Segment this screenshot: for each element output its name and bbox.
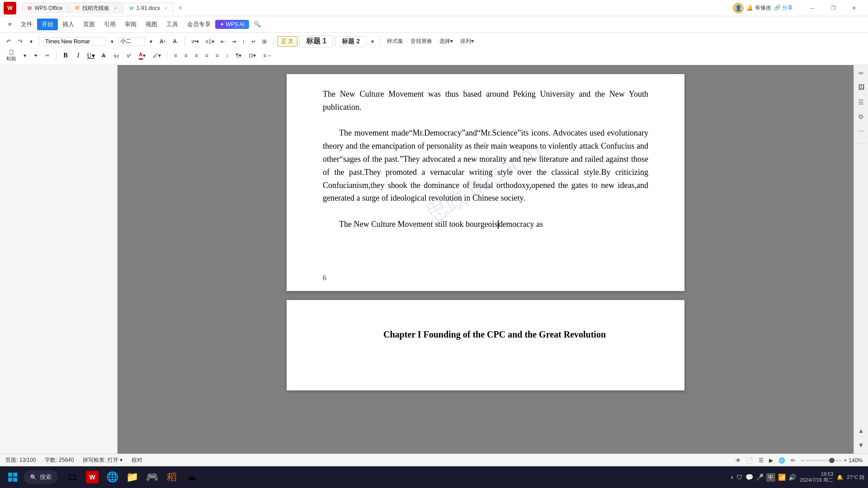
- image-tool-icon[interactable]: 🖼: [857, 83, 866, 92]
- menu-file[interactable]: ≡: [4, 19, 16, 29]
- undo-button[interactable]: ↶: [4, 37, 14, 46]
- taskbar-app-game[interactable]: 🎮: [143, 468, 161, 486]
- arrange-button[interactable]: 排列▾: [458, 36, 476, 47]
- view-normal-icon[interactable]: 👁: [736, 457, 741, 464]
- menu-search[interactable]: 🔍: [249, 19, 265, 29]
- heading2-button[interactable]: 标题 2: [335, 36, 367, 47]
- justify-button[interactable]: ≡: [203, 51, 211, 60]
- view-edit-icon[interactable]: ✏: [791, 457, 795, 464]
- more-tools-icon[interactable]: ···: [858, 127, 864, 136]
- zoom-slider[interactable]: [806, 460, 842, 461]
- taskbar-app-wps2[interactable]: 稻: [163, 468, 181, 486]
- minimize-button[interactable]: ─: [802, 0, 823, 16]
- cut-button[interactable]: ✂: [42, 51, 52, 60]
- scroll-up-icon[interactable]: ▲: [857, 427, 866, 436]
- align-left-button[interactable]: ≡: [171, 51, 180, 60]
- menu-edit[interactable]: 开始: [37, 19, 58, 30]
- columns-button[interactable]: ⊞: [259, 37, 269, 46]
- taskbar-app-wps[interactable]: W: [83, 468, 101, 486]
- tab-template-close[interactable]: ×: [114, 6, 117, 11]
- menu-references[interactable]: 引用: [99, 19, 120, 30]
- scroll-down-icon[interactable]: ▼: [857, 441, 866, 450]
- bold-button[interactable]: B: [60, 50, 71, 61]
- menu-layout[interactable]: 页面: [79, 19, 99, 30]
- highlight-button[interactable]: 🖊▾: [150, 51, 164, 60]
- edit-tool-icon[interactable]: ✏: [857, 69, 866, 78]
- taskbar-app-cloud[interactable]: ☁: [183, 468, 201, 486]
- taskbar-app-browser[interactable]: 🌐: [103, 468, 121, 486]
- align-right-button[interactable]: ≡: [192, 51, 201, 60]
- linebreak-button[interactable]: ↵: [249, 37, 259, 46]
- more-styles-button[interactable]: ▾: [368, 37, 377, 46]
- view-page-icon[interactable]: 📄: [746, 457, 753, 464]
- tray-up-icon[interactable]: ∧: [730, 474, 734, 480]
- shrink-font-button[interactable]: A-: [170, 37, 180, 46]
- numbering-button[interactable]: ≡1▾: [203, 37, 217, 46]
- font-color-button[interactable]: A▾: [136, 50, 148, 61]
- page-content-1[interactable]: The New Culture Movement was thus based …: [323, 88, 648, 231]
- avatar: 👤: [733, 3, 744, 14]
- spell-check[interactable]: 拼写检查: 打开 ▾: [83, 456, 123, 464]
- tab-doc[interactable]: W 1-91.docx ×: [123, 3, 173, 14]
- styles-set-button[interactable]: 样式集: [384, 36, 406, 47]
- menu-insert[interactable]: 插入: [58, 19, 79, 30]
- clock[interactable]: 19:53 2024/7/16 周二: [800, 471, 833, 483]
- underline-button[interactable]: U▾: [85, 50, 96, 61]
- indent-increase-button[interactable]: ≡→: [260, 51, 274, 60]
- zoom-in-button[interactable]: +: [844, 457, 847, 464]
- heading1-button[interactable]: 标题 1: [299, 35, 333, 47]
- wps-ai-button[interactable]: ✦ WPS AI: [215, 20, 249, 29]
- paste-button[interactable]: 📋 粘贴: [4, 48, 19, 63]
- align-center-button[interactable]: ≡: [182, 51, 190, 60]
- tab-template[interactable]: 稻 找稻壳模板 ×: [69, 2, 123, 14]
- subscript-button[interactable]: x₂: [111, 50, 122, 61]
- add-tab-button[interactable]: +: [174, 2, 187, 14]
- filter-tool-icon[interactable]: ⚙: [857, 112, 866, 121]
- start-button[interactable]: [4, 468, 22, 486]
- close-button[interactable]: ✕: [844, 0, 864, 16]
- font-family-input[interactable]: [43, 37, 106, 46]
- document-area[interactable]: 思政 0259001 The New Culture Movement was …: [118, 65, 854, 454]
- list-tool-icon[interactable]: ☰: [857, 98, 866, 107]
- strikethrough-button[interactable]: A̶: [98, 50, 109, 61]
- menu-review[interactable]: 审阅: [120, 19, 141, 30]
- select-button[interactable]: 选择▾: [437, 36, 456, 47]
- line-spacing-button[interactable]: ↕: [223, 51, 231, 60]
- format-painter-button[interactable]: ✦: [31, 51, 41, 60]
- distributed-button[interactable]: ≡: [213, 51, 222, 60]
- notification-button[interactable]: 🔔: [837, 474, 843, 480]
- font-dropdown[interactable]: ▾: [108, 37, 116, 46]
- correction-button[interactable]: 校对: [132, 456, 142, 464]
- font-size-dropdown[interactable]: ▾: [147, 37, 155, 46]
- view-outline-icon[interactable]: ☰: [759, 457, 764, 464]
- paragraph-mark-button[interactable]: ¶▾: [233, 51, 244, 60]
- outdent-button[interactable]: ⇤: [218, 37, 228, 46]
- normal-style-button[interactable]: 正 文: [277, 36, 297, 47]
- view-web-icon[interactable]: 🌐: [778, 457, 785, 464]
- tab-wps-office[interactable]: W WPS Office: [22, 3, 68, 13]
- maximize-button[interactable]: ❐: [823, 0, 844, 16]
- grow-font-button[interactable]: A+: [157, 37, 168, 46]
- find-replace-button[interactable]: 音找替换: [408, 36, 435, 47]
- tab-doc-close[interactable]: ×: [165, 6, 167, 11]
- taskbar-search[interactable]: 🔍 搜索: [24, 470, 58, 484]
- menu-view[interactable]: 视图: [141, 19, 162, 30]
- taskbar-app-files[interactable]: 📁: [123, 468, 141, 486]
- italic-button[interactable]: I: [73, 50, 84, 61]
- superscript-button[interactable]: x²: [123, 50, 134, 61]
- share-button[interactable]: 🔗 分享: [774, 4, 793, 12]
- taskbar-app-explorer[interactable]: 🗂: [63, 468, 81, 486]
- sort-button[interactable]: ↕: [240, 37, 248, 46]
- menu-member[interactable]: 会员专享: [183, 19, 215, 30]
- zoom-out-button[interactable]: −: [801, 457, 804, 464]
- font-size-input[interactable]: [118, 37, 145, 46]
- indent-button[interactable]: ⇥: [229, 37, 239, 46]
- paste-dropdown[interactable]: ▾: [21, 51, 29, 60]
- menu-file-label[interactable]: 文件: [16, 19, 37, 30]
- menu-tools[interactable]: 工具: [162, 19, 183, 30]
- borders-button[interactable]: ⊡▾: [246, 51, 259, 60]
- bullets-button[interactable]: ≡•▾: [189, 37, 202, 46]
- view-play-icon[interactable]: ▶: [769, 457, 773, 464]
- more-history[interactable]: ▾: [27, 37, 35, 46]
- redo-button[interactable]: ↷: [15, 37, 25, 46]
